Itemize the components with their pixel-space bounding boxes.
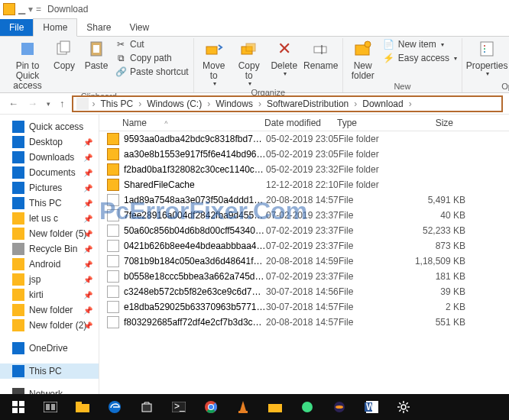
breadcrumb-item[interactable]: This PC xyxy=(99,99,135,109)
sidebar-item[interactable]: Downloads📌 xyxy=(0,150,99,165)
tab-share[interactable]: Share xyxy=(77,19,120,36)
file-name: b0558e18ccc5bbea3a662a745d753ae7be0... xyxy=(124,271,266,282)
delete-button[interactable]: ✕ Delete▾ xyxy=(269,38,300,78)
breadcrumb[interactable]: › This PC › Windows (C:) › Windows › Sof… xyxy=(72,95,504,112)
tab-file[interactable]: File xyxy=(0,19,33,36)
qat-item[interactable]: ▁ xyxy=(18,4,25,15)
file-row[interactable]: SharedFileCache12-12-2018 22:10File fold… xyxy=(99,177,509,192)
file-row[interactable]: b0558e18ccc5bbea3a662a745d753ae7be0...07… xyxy=(99,269,509,284)
word-icon[interactable]: W xyxy=(356,395,387,419)
chevron-right-icon[interactable]: › xyxy=(90,99,98,109)
tab-home[interactable]: Home xyxy=(33,18,77,37)
sidebar-item[interactable]: Recycle Bin📌 xyxy=(0,241,99,257)
copy-path-button[interactable]: ⧉Copy path xyxy=(115,52,189,64)
chevron-right-icon[interactable]: › xyxy=(352,99,359,109)
file-row[interactable]: 7fee28916a004df2842fba9d455e011124d1...0… xyxy=(99,208,509,223)
file-type: File folder xyxy=(339,164,406,175)
svg-rect-20 xyxy=(44,402,57,412)
breadcrumb-item[interactable]: Windows (C:) xyxy=(145,99,203,109)
nav-forward-button[interactable]: → xyxy=(25,98,40,109)
sidebar-item[interactable]: This PC📌 xyxy=(0,195,99,211)
file-row[interactable]: c3248eb572cb5f82e63ce9c6d73cfb9b10b...30… xyxy=(99,284,509,299)
move-to-button[interactable]: Move to▾ xyxy=(199,38,229,88)
copy-to-button[interactable]: Copy to▾ xyxy=(234,38,264,88)
sidebar-item[interactable]: New folder (2)📌 xyxy=(0,318,99,333)
file-date: 30-07-2018 14:56 xyxy=(266,286,339,297)
sidebar-item[interactable]: OneDrive xyxy=(0,341,99,356)
android-studio-icon[interactable] xyxy=(292,395,323,419)
svg-point-36 xyxy=(302,402,313,412)
file-row[interactable]: 50a60c856b04d6b8d00cff5434000c25c...07-0… xyxy=(99,223,509,238)
sidebar-item[interactable]: Documents📌 xyxy=(0,165,99,180)
chevron-right-icon[interactable]: › xyxy=(136,99,144,109)
sidebar-item[interactable]: This PC xyxy=(0,363,99,379)
sidebar-item[interactable]: jsp📌 xyxy=(0,272,99,287)
eclipse-icon[interactable] xyxy=(324,395,355,419)
file-row[interactable]: 9593aa0adba42bdc9c8318fbd7ef85c405-02-20… xyxy=(99,131,509,147)
file-row[interactable]: f2bad0ba1f328082c30cec1140c265ff05-02-20… xyxy=(99,162,509,177)
start-button[interactable] xyxy=(3,395,34,419)
column-type[interactable]: Type xyxy=(331,118,398,128)
pin-icon: 📌 xyxy=(83,138,92,147)
nav-back-button[interactable]: ← xyxy=(6,98,21,109)
chrome-icon[interactable] xyxy=(196,395,226,419)
file-row[interactable]: e18dba529025b63370963b5771251fd8b1c...30… xyxy=(99,299,509,315)
sidebar-item[interactable]: let us c📌 xyxy=(0,211,99,226)
pic-icon xyxy=(12,182,24,194)
cut-button[interactable]: ✂Cut xyxy=(115,38,189,50)
taskview-button[interactable] xyxy=(35,395,66,419)
tab-view[interactable]: View xyxy=(120,19,158,36)
file-size: 5,491 KB xyxy=(406,195,465,205)
sidebar-item[interactable]: Desktop📌 xyxy=(0,134,99,150)
folder-icon xyxy=(12,289,24,301)
breadcrumb-item[interactable]: SoftwareDistribution xyxy=(265,99,350,109)
sidebar-item[interactable]: kirti📌 xyxy=(0,287,99,302)
vlc-icon[interactable] xyxy=(228,395,258,419)
store-icon[interactable] xyxy=(131,395,162,419)
pin-icon: 📌 xyxy=(83,260,92,269)
file-type: File xyxy=(339,286,406,297)
sidebar-item[interactable]: Pictures📌 xyxy=(0,180,99,195)
properties-button[interactable]: Properties▾ xyxy=(467,38,507,78)
rename-button[interactable]: Rename xyxy=(304,38,338,71)
qat-item[interactable]: ▾ xyxy=(28,4,33,15)
copy-button[interactable]: Copy xyxy=(50,38,78,71)
column-size[interactable]: Size xyxy=(398,118,459,128)
new-item-button[interactable]: 📄New item▾ xyxy=(383,38,457,50)
paste-button[interactable]: Paste xyxy=(83,38,110,71)
paste-shortcut-button[interactable]: 🔗Paste shortcut xyxy=(115,66,189,78)
file-row[interactable]: aa30e8b1553e917f5f6e414bd962473c05-02-20… xyxy=(99,147,509,162)
sidebar-item[interactable]: Android📌 xyxy=(0,257,99,272)
cloud-icon xyxy=(12,342,24,354)
sidebar-item-label: let us c xyxy=(29,213,58,224)
new-folder-button[interactable]: New folder xyxy=(348,38,378,81)
easy-access-button[interactable]: ⚡Easy access▾ xyxy=(383,52,457,64)
cmd-icon[interactable]: >_ xyxy=(164,395,194,419)
nav-up-button[interactable]: ↑ xyxy=(57,98,67,109)
breadcrumb-item[interactable]: Windows xyxy=(214,99,254,109)
chevron-right-icon[interactable]: › xyxy=(205,99,212,109)
breadcrumb-item[interactable]: Download xyxy=(361,99,404,109)
chevron-right-icon[interactable]: › xyxy=(256,99,264,109)
file-type: File xyxy=(339,271,406,282)
file-row[interactable]: 1ad89a7548aa3e073f50a4ddd17b0fd11b0f...2… xyxy=(99,192,509,208)
sidebar-item-label: New folder (2) xyxy=(29,320,86,331)
file-list[interactable]: 9593aa0adba42bdc9c8318fbd7ef85c405-02-20… xyxy=(99,131,509,397)
file-row[interactable]: 7081b9b184c050ea3d6d48641f0cfbab35e...20… xyxy=(99,254,509,269)
sidebar-item[interactable]: New folder (5)📌 xyxy=(0,226,99,241)
pin-quick-access-button[interactable]: Pin to Quick access xyxy=(9,38,46,92)
explorer-icon[interactable] xyxy=(67,395,98,419)
file-row[interactable]: f803292685aff72df4e2cf7b3d3ccce5c9b96...… xyxy=(99,315,509,330)
sidebar-item[interactable]: New folder📌 xyxy=(0,302,99,318)
chevron-right-icon[interactable]: › xyxy=(407,99,414,109)
settings-icon[interactable] xyxy=(388,395,419,419)
edge-icon[interactable] xyxy=(99,395,130,419)
nav-recent-button[interactable]: ▾ xyxy=(44,100,53,108)
taskbar: >_ W xyxy=(0,394,509,420)
explorer-window-icon[interactable] xyxy=(260,395,290,419)
column-date[interactable]: Date modified xyxy=(258,118,331,128)
column-name[interactable]: Name ^ xyxy=(99,118,258,128)
file-row[interactable]: 0421b626b8ee4e4bdeaabbbaa44d0860fb79...0… xyxy=(99,238,509,254)
sidebar-item[interactable]: Quick access xyxy=(0,119,99,134)
file-icon xyxy=(107,301,119,313)
